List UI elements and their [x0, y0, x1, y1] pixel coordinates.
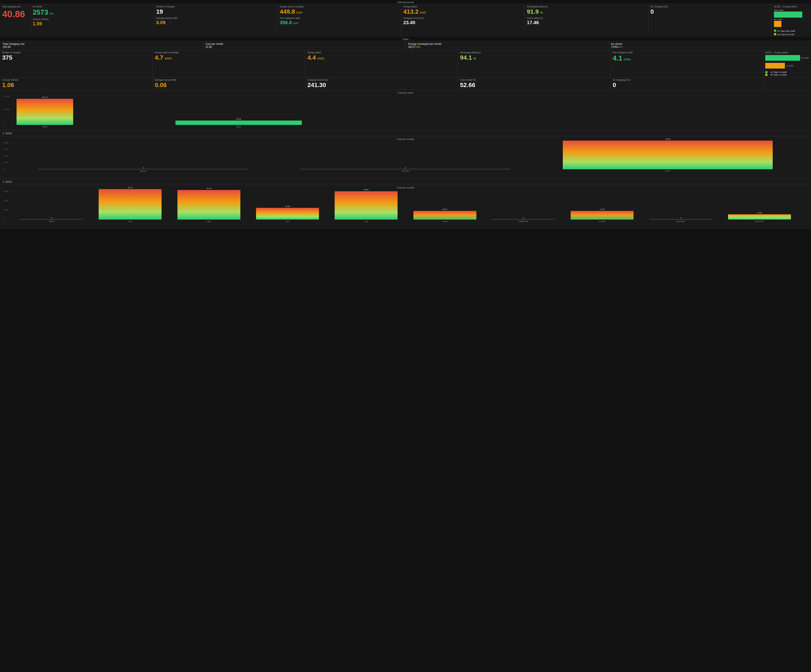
totals-km-card: km driven 27654 km	[609, 41, 811, 50]
year-2022-toggle[interactable]: ∨ 2022	[0, 179, 811, 185]
sp-ac-legend-text: AC Total: 356.4 kWh	[777, 30, 795, 32]
m22-oct-value: 17.82	[600, 208, 605, 210]
t-costsuc-card: Charging Cost at SuC 241.30	[305, 78, 458, 90]
m23-mar-wrap: 40.86 March	[537, 138, 799, 172]
t-avgcost-value: 0.06	[155, 81, 167, 88]
years-chart-area: 200.00 100.00 0 253.10 2022 40.86 2023	[3, 95, 808, 128]
m23-y20: 20.00	[3, 155, 8, 157]
t-dc-bar	[765, 63, 785, 69]
sp-numcharges-label: Number of charges	[156, 5, 275, 8]
year-2022-xlabel: 2022	[42, 125, 47, 128]
t-free-unit: MWh	[624, 58, 631, 61]
m22-oct-wrap: 17.82 October	[563, 208, 641, 222]
t-costsuc-label: Charging Cost at SuC	[307, 79, 455, 81]
months-2023-section: Cost per months 40.00 30.00 20.00 10.00 …	[0, 136, 811, 179]
m22-y20: 20.00	[3, 209, 8, 211]
totals-energymonth-card: Energy recharged per month 493.5 kWh	[406, 41, 609, 50]
cost-per-years-section: Cost per years 200.00 100.00 0 253.10 20…	[0, 90, 811, 130]
t-otherdc-card: Cost in other DC 52.66	[458, 78, 611, 90]
t-energyadded-value: 4.4	[307, 54, 316, 61]
m22-oct-label: October	[599, 220, 606, 222]
m23-y30: 30.00	[3, 148, 8, 151]
sp-free-label: Free charged in total	[280, 17, 399, 19]
m22-dec-bar	[728, 214, 791, 220]
m22-apr-value: 62.70	[128, 186, 133, 189]
sp-acdc-chart: 356.4 kWh 94.2 kWh	[774, 8, 809, 29]
t-energyused-card: Energy used to recharge 4.7 MWh	[153, 50, 305, 77]
sp-ac-legend-item: AC Total: 356.4 kWh	[774, 30, 795, 32]
months-2022-section: Cost per months 60.00 40.00 20.00 0 0 Ma…	[0, 185, 811, 229]
year-2023-bar-wrap: 40.86 2023	[175, 118, 302, 128]
m23-feb-label: February	[402, 170, 409, 172]
t-numcharges-value: 375	[2, 54, 12, 61]
m22-nov-value: 0	[680, 217, 682, 219]
t-accharging-value: 0	[612, 81, 616, 88]
totals-costmonth-value: 32.66	[205, 46, 212, 49]
t-otherdc-value: 52.66	[460, 81, 475, 88]
sp-ac-legend-dot	[774, 30, 776, 32]
totals-row3: Cost per 100 km 1.06 Average cost per kW…	[0, 77, 811, 90]
m22-aug-wrap: 18.02 August	[406, 208, 484, 222]
m22-may-wrap: 61.34 May	[170, 187, 248, 222]
t-cost100-label: Cost per 100 km	[2, 79, 150, 81]
t-energyused-value: 4.7	[155, 54, 163, 61]
t-energyused-unit: MWh	[165, 57, 172, 60]
totals-label: Totals	[0, 37, 811, 41]
year-2023-toggle[interactable]: ∨ 2023	[0, 130, 811, 136]
sp-acdc-card: AC/DC – Energy added 356.4 kWh 94.2 kWh …	[772, 4, 811, 37]
sp-accharging-card: AC Charging Cost 0	[648, 4, 772, 37]
m22-mar-bar	[20, 219, 83, 220]
t-dc-legend-dot	[765, 74, 767, 76]
sp-accharging-value: 0	[651, 8, 654, 15]
t-recheff-card: Recharging efficiency 94.1 %	[458, 50, 611, 77]
sp-ac-bar	[774, 12, 802, 18]
t-ac-legend-dot	[765, 71, 767, 73]
totals-cost-value: 293.96	[3, 46, 11, 49]
y-axis: 200.00 100.00 0	[3, 95, 10, 126]
sp-dc-bar-label: 94.2 kWh	[774, 19, 809, 21]
t-recheff-value: 94.1	[460, 54, 472, 61]
t-free-label: Free charged in total	[612, 51, 761, 54]
t-numcharges-card: Number of charges 375	[0, 50, 153, 77]
t-dc-bar-value: 1.6 MWh	[786, 64, 794, 67]
t-recheff-unit: %	[473, 57, 476, 60]
m23-feb-wrap: 0 February	[274, 167, 536, 172]
sp-costsuc-value: 23.40	[404, 20, 416, 25]
totals-energymonth-label: Energy recharged per month	[408, 42, 606, 46]
t-cost100-card: Cost per 100 km 1.06	[0, 78, 153, 90]
sp-energyused-unit: kWh	[296, 11, 302, 14]
y-label-0: 0	[3, 122, 10, 124]
totals-row2: Number of charges 375 Energy used to rec…	[0, 50, 811, 77]
totals-cost-card: Total charging cost 293.96	[0, 41, 203, 50]
m23-y0: 0	[3, 168, 8, 170]
sp-km-value: 2573	[33, 8, 48, 16]
sp-free-unit: kWh	[293, 22, 298, 25]
months-2022-chart: 60.00 40.00 20.00 0 0 March 62.70 April …	[3, 190, 808, 227]
selected-period-row1: Total charging cost 40.86 km driven 2573…	[0, 4, 811, 37]
year-2022-bar	[17, 99, 73, 125]
m23-y10: 10.00	[3, 161, 8, 163]
months2022-y-axis: 60.00 40.00 20.00 0	[3, 190, 8, 225]
m23-mar-value: 40.86	[665, 138, 670, 140]
m23-feb-bar	[301, 169, 510, 169]
sp-cost100-value: 1.59	[33, 21, 42, 26]
t-numcharges-label: Number of charges	[2, 51, 150, 54]
m22-mar-label: March	[49, 220, 54, 222]
sp-recheff-label: Recharging efficiency	[527, 5, 646, 8]
year-2023-xlabel: 2023	[236, 125, 241, 128]
m22-jul-label: July	[365, 220, 368, 222]
t-dc-legend-row: DC Total: 1.6 MWh	[765, 74, 809, 76]
selected-period-label: Selected period	[0, 0, 811, 4]
m22-dec-wrap: 10.59 December	[720, 212, 799, 222]
m22-y40: 40.00	[3, 200, 8, 202]
m22-mar-value: 0	[51, 217, 52, 219]
m22-jun-value: 24.08	[285, 205, 290, 207]
sp-energyused-label: Energy used to recharge	[280, 5, 399, 8]
totals-km-unit: km	[619, 46, 623, 49]
sp-energyused-card: Energy used to recharge 449.8 kWh Free c…	[278, 4, 401, 37]
year-2022-bar-wrap: 253.10 2022	[17, 96, 73, 128]
m22-jul-bar	[334, 191, 397, 220]
m22-apr-bar	[98, 189, 161, 220]
m22-jun-label: June	[285, 220, 290, 222]
m22-jul-wrap: 58.55 July	[327, 189, 406, 222]
